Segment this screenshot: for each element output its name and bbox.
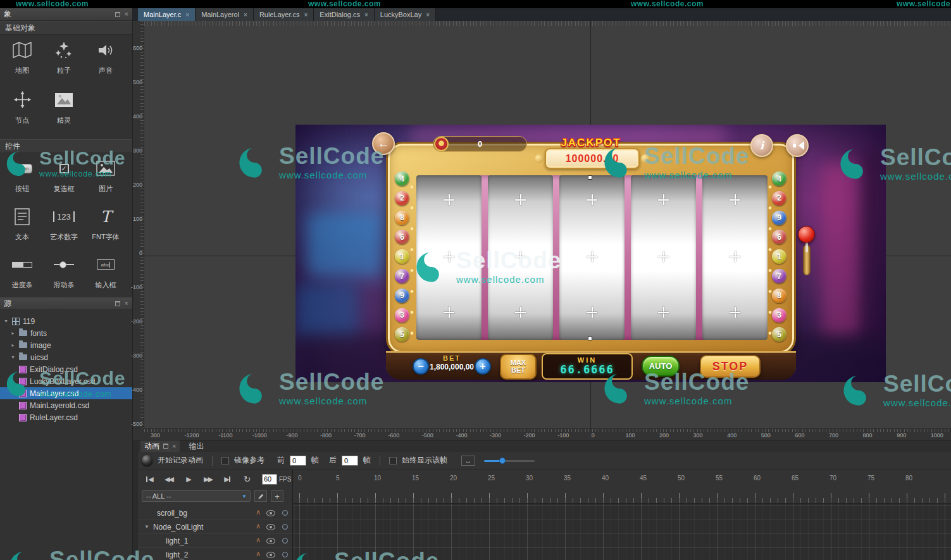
file-tab-mainlayerold[interactable]: MainLayerol× [196, 8, 254, 21]
collapse-chevron-icon[interactable]: ∧ [256, 536, 261, 544]
tree-item-119[interactable]: ▾119 [0, 315, 132, 327]
after-frames-input[interactable] [342, 456, 358, 466]
reel-box[interactable] [416, 175, 768, 340]
back-button[interactable]: ← [372, 132, 395, 155]
bet-minus-button[interactable]: − [413, 358, 429, 375]
palette-item-artnumber[interactable]: 123艺术数字 [43, 205, 85, 251]
tab-output[interactable]: 输出 [185, 440, 208, 452]
palette-item-node[interactable]: 节点 [1, 89, 43, 134]
palette-item-text[interactable]: 文本 [1, 205, 43, 251]
reel-1[interactable] [416, 175, 482, 340]
layer-row-light-1[interactable]: light_1∧ [138, 534, 292, 548]
tree-item-uicsd[interactable]: ▾uicsd [0, 351, 132, 363]
always-show-checkbox[interactable] [389, 457, 397, 464]
layer-filter-dropdown[interactable]: -- ALL --▼ [142, 490, 251, 502]
file-tab-rulelayer[interactable]: RuleLayer.cs× [254, 8, 314, 21]
dock-panel-icon[interactable] [115, 12, 120, 17]
timeline-tracks[interactable] [293, 504, 951, 560]
dock-panel-icon[interactable] [115, 301, 120, 306]
mirror-checkbox[interactable] [221, 457, 229, 464]
collapse-chevron-icon[interactable]: ∧ [256, 508, 261, 516]
step-back-button[interactable]: ◀◀ [160, 475, 177, 483]
add-button[interactable]: + [271, 490, 283, 502]
max-bet-button[interactable]: MAXBET [500, 354, 537, 380]
selection-handle[interactable] [588, 336, 592, 340]
visibility-eye-icon[interactable] [266, 510, 275, 516]
record-button[interactable] [142, 455, 152, 466]
collapse-chevron-icon[interactable]: ∧ [256, 550, 261, 558]
timeline-ruler[interactable]: 05101520253035404550556065707580 [293, 470, 951, 504]
visibility-eye-icon[interactable] [266, 524, 275, 530]
slider-knob-icon[interactable] [499, 457, 506, 464]
step-forward-button[interactable]: ▶▶ [199, 475, 216, 483]
skip-end-button[interactable]: ▶ [219, 475, 236, 483]
section-controls[interactable]: 控件 [0, 139, 132, 153]
coin-counter[interactable]: 0 [433, 136, 527, 152]
palette-item-sprite[interactable]: 精灵 [43, 89, 85, 134]
layer-row-node-collight[interactable]: ▼Node_ColLight∧ [138, 520, 292, 534]
palette-item-slider[interactable]: 滑动条 [43, 253, 85, 297]
skip-start-button[interactable]: ◀ [140, 475, 158, 483]
close-tab-icon[interactable]: × [244, 11, 247, 18]
before-frames-input[interactable] [290, 456, 306, 466]
design-canvas[interactable]: JACKPOT 100000.00 428617935 429617835 ← … [144, 21, 951, 428]
visibility-eye-icon[interactable] [266, 538, 275, 544]
reel-2[interactable] [488, 175, 553, 340]
tree-item-rulelayer-csd[interactable]: RuleLayer.csd [0, 411, 132, 423]
expand-caret-icon[interactable]: ▼ [144, 524, 149, 530]
selection-handle[interactable] [588, 175, 592, 180]
loop-button[interactable]: ↻ [239, 474, 256, 484]
lock-circle-icon[interactable] [282, 538, 288, 544]
palette-item-progressbar[interactable]: 进度条 [1, 253, 43, 297]
dock-panel-icon[interactable] [163, 444, 168, 449]
palette-item-sound[interactable]: 声音 [85, 39, 127, 84]
lever-ball[interactable] [798, 226, 815, 243]
tree-item-luckyboxlayer-csd[interactable]: LuckyBoxLayer.csd [0, 375, 132, 387]
layer-row-light-2[interactable]: light_2∧ [138, 548, 292, 560]
auto-button[interactable]: AUTO [642, 356, 680, 376]
onion-range-slider[interactable] [484, 456, 535, 465]
tree-item-mainlayerold-csd[interactable]: MainLayerold.csd [0, 399, 132, 411]
close-panel-icon[interactable]: × [125, 301, 128, 306]
slot-machine-frame[interactable]: JACKPOT 100000.00 428617935 429617835 [386, 142, 796, 355]
reel-5[interactable] [702, 175, 768, 340]
palette-item-button[interactable]: Button按钮 [1, 157, 43, 202]
game-bottom-bar[interactable]: − BET 1,800,000,00 + MAXBET WIN 66.6666 … [386, 351, 796, 380]
edit-pencil-button[interactable] [254, 490, 267, 502]
fps-input[interactable] [262, 474, 277, 485]
layer-row-scroll-bg[interactable]: scroll_bg∧ [138, 506, 292, 520]
close-tab-icon[interactable]: × [304, 11, 308, 18]
lock-circle-icon[interactable] [282, 510, 288, 516]
lock-circle-icon[interactable] [282, 552, 288, 557]
info-button[interactable]: i [750, 134, 773, 157]
tree-item-fonts[interactable]: ▸fonts [0, 327, 132, 339]
sound-button[interactable] [786, 134, 809, 157]
tree-item-exitdialog-csd[interactable]: ExitDialog.csd [0, 363, 132, 375]
reel-3[interactable] [559, 175, 625, 340]
close-tab-icon[interactable]: × [185, 11, 189, 18]
visibility-eye-icon[interactable] [266, 552, 275, 558]
timeline-track-area[interactable]: 05101520253035404550556065707580 [292, 470, 951, 560]
file-tab-exitdialog[interactable]: ExitDialog.cs× [314, 8, 374, 21]
file-tab-luckybox[interactable]: LuckyBoxLay× [375, 8, 436, 21]
close-panel-icon[interactable]: × [125, 11, 128, 17]
tree-item-image[interactable]: ▸image [0, 339, 132, 351]
palette-item-image[interactable]: 图片 [85, 157, 127, 202]
tab-animation[interactable]: 动画× [140, 440, 180, 452]
palette-item-map[interactable]: 地图 [1, 39, 43, 84]
section-basic-objects[interactable]: 基础对象 [0, 21, 132, 35]
lock-circle-icon[interactable] [282, 524, 288, 530]
tree-item-mainlayer-csd[interactable]: MainLayer.csd [0, 387, 132, 399]
game-scene[interactable]: JACKPOT 100000.00 428617935 429617835 ← … [295, 125, 886, 382]
palette-item-fntfont[interactable]: TFNT字体 [85, 205, 127, 251]
palette-item-inputbox[interactable]: abc输入框 [85, 253, 127, 297]
palette-item-checkbox[interactable]: ✓复选框 [43, 157, 85, 202]
reel-4[interactable] [631, 175, 696, 340]
jackpot-value[interactable]: 100000.00 [545, 148, 640, 169]
close-tab-icon[interactable]: × [364, 11, 368, 18]
close-tab-icon[interactable]: × [426, 11, 430, 18]
stop-button[interactable]: STOP [700, 355, 761, 378]
collapse-chevron-icon[interactable]: ∧ [256, 522, 261, 530]
play-button[interactable]: ▶ [180, 475, 197, 483]
close-panel-icon[interactable]: × [172, 444, 176, 449]
